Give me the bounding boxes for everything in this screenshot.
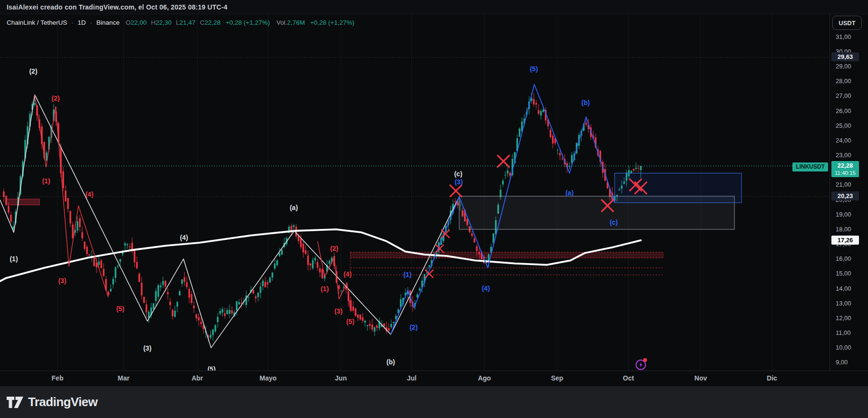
wave-label-blue[interactable]: (2) — [409, 323, 417, 331]
wave-label-red_feb[interactable]: (2) — [51, 95, 59, 102]
price-tick-label: 18,00 — [836, 226, 851, 233]
month-label: Abr — [186, 374, 208, 382]
price-tick-label: 15,00 — [836, 270, 851, 277]
low-price-badge: 20,23 — [831, 191, 859, 200]
interval-label[interactable]: 1D — [77, 19, 86, 26]
ohlc-field-value: 22,28 — [204, 19, 221, 26]
symbol-price-flag: LINKUSDT — [792, 162, 828, 171]
ohlc-field-label: L — [176, 19, 180, 26]
tradingview-logo-text: TradingView — [28, 395, 97, 409]
high-price-badge: 29,63 — [831, 52, 859, 61]
wave-label-red_feb[interactable]: (1) — [42, 177, 50, 185]
symbol-title[interactable]: ChainLink / TetherUS — [7, 19, 67, 26]
month-label: Mayo — [257, 374, 279, 382]
volume-value: 2,76M — [287, 19, 305, 26]
price-tick-label: 11,00 — [836, 329, 851, 336]
tradingview-chart-screenshot: IsaiAlexei creado con TradingView.com, e… — [0, 0, 868, 418]
wave-label-primary[interactable]: (b) — [386, 358, 395, 366]
wave-label-red_jun[interactable]: (5) — [346, 318, 354, 325]
month-label: Dic — [761, 374, 783, 382]
wave-label-blue[interactable]: (5) — [530, 65, 538, 73]
price-tick-label: 10,00 — [836, 344, 851, 351]
symbol-legend: ChainLink / TetherUS · 1D · Binance O22,… — [7, 19, 354, 26]
wave-label-red_jun[interactable]: (1) — [320, 285, 328, 293]
last-price-value: 22,28 — [834, 162, 857, 170]
wave-label-primary[interactable]: (4) — [180, 234, 188, 241]
price-tick-label: 26,00 — [836, 107, 851, 114]
wave-label-blue[interactable]: (4) — [482, 285, 490, 292]
price-tick-label: 21,00 — [836, 181, 851, 188]
price-tick-label: 27,00 — [836, 92, 851, 99]
price-tick-label: 19,00 — [836, 211, 851, 218]
price-tick-label: 23,00 — [836, 152, 851, 159]
price-tick-label: 25,00 — [836, 122, 851, 129]
notification-dot — [643, 358, 647, 362]
month-label: Oct — [617, 374, 639, 382]
exchange-label[interactable]: Binance — [96, 19, 120, 26]
price-tick-label: 13,00 — [836, 300, 851, 307]
change-value: +0,28 (+1,27%) — [226, 19, 270, 26]
wave-label-primary[interactable]: (2) — [29, 67, 37, 75]
price-tick-label: 28,00 — [836, 77, 851, 85]
legend-separator: · — [90, 19, 92, 26]
month-label: Ago — [473, 374, 495, 382]
wave-drawings-layer: (1)(2)(3)(4)(5)(a)(b)(c)(1)(2)(3)(4)(5)(… — [0, 14, 829, 370]
chart-pane[interactable]: (1)(2)(3)(4)(5)(a)(b)(c)(1)(2)(3)(4)(5)(… — [0, 14, 829, 370]
price-tick-label: 24,00 — [836, 137, 851, 144]
price-tick-label: 31,00 — [836, 33, 851, 40]
footer-bar: TradingView — [0, 386, 868, 418]
month-label: Jun — [330, 374, 352, 382]
wave-label-red_feb[interactable]: (3) — [58, 277, 66, 285]
wave-label-primary[interactable]: (a) — [289, 204, 298, 211]
ohlc-values: O22,00H22,30L21,47C22,28 — [121, 19, 221, 26]
wave-label-blue[interactable]: (b) — [581, 99, 590, 106]
wave-label-blue[interactable]: (c) — [609, 218, 617, 226]
volume-label: Vol. — [277, 19, 288, 26]
time-axis[interactable]: FebMarAbrMayoJunJulAgoSepOctNovDic — [0, 370, 868, 386]
wave-label-primary[interactable]: (3) — [143, 344, 151, 352]
bar-countdown: 11:40:15 — [834, 170, 857, 176]
month-label: Nov — [690, 374, 712, 382]
price-tick-label: 16,00 — [836, 255, 851, 262]
wave-label-red_feb[interactable]: (4) — [85, 190, 93, 198]
wave-label-red_jun[interactable]: (4) — [343, 270, 351, 278]
ohlc-field-label: O — [125, 19, 131, 26]
price-tick-label: 14,00 — [836, 285, 851, 292]
price-tick-label: 29,00 — [836, 63, 851, 70]
price-tick-label: 12,00 — [836, 314, 851, 322]
wave-label-blue[interactable]: (a) — [565, 189, 573, 197]
price-axis[interactable]: USDT 31,0030,0029,0028,0027,0026,0025,00… — [829, 14, 868, 370]
tradingview-logo-icon — [6, 395, 24, 410]
attribution-text: IsaiAlexei creado con TradingView.com, e… — [7, 3, 228, 11]
attribution-bar: IsaiAlexei creado con TradingView.com, e… — [0, 0, 868, 14]
month-label: Sep — [546, 374, 568, 382]
ohlc-field-label: H — [151, 19, 156, 26]
ma-value-badge: 17,26 — [831, 236, 859, 245]
month-label: Feb — [47, 374, 68, 382]
tradingview-logo[interactable]: TradingView — [6, 395, 97, 410]
wave-label-red_jun[interactable]: (3) — [334, 307, 342, 315]
ohlc-field-value: 21,47 — [180, 19, 196, 26]
ohlc-field-value: 22,00 — [131, 19, 147, 26]
month-label: Jul — [401, 374, 423, 382]
wave-label-primary[interactable]: (5) — [207, 365, 215, 370]
month-label: Mar — [113, 374, 135, 382]
ohlc-field-value: 22,30 — [155, 19, 172, 26]
last-price-badge: 22,28 11:40:15 — [831, 161, 859, 178]
wave-label-red_feb[interactable]: (5) — [116, 305, 124, 313]
currency-toggle-button[interactable]: USDT — [832, 16, 862, 30]
wave-label-primary[interactable]: (1) — [10, 255, 18, 263]
chart-frame: (1)(2)(3)(4)(5)(a)(b)(c)(1)(2)(3)(4)(5)(… — [0, 14, 868, 386]
wave-label-blue[interactable]: (1) — [403, 271, 411, 278]
ohlc-field-label: C — [200, 19, 204, 26]
wave-label-primary[interactable]: (c) — [454, 170, 462, 178]
legend-separator: · — [71, 19, 74, 26]
flash-marker-icon[interactable] — [635, 359, 646, 370]
wave-label-red_jun[interactable]: (2) — [330, 245, 338, 252]
price-tick-label: 9,00 — [836, 359, 848, 366]
volume-change: +0,28 (+1,27%) — [310, 19, 354, 26]
wave-label-blue[interactable]: (3) — [454, 178, 463, 186]
